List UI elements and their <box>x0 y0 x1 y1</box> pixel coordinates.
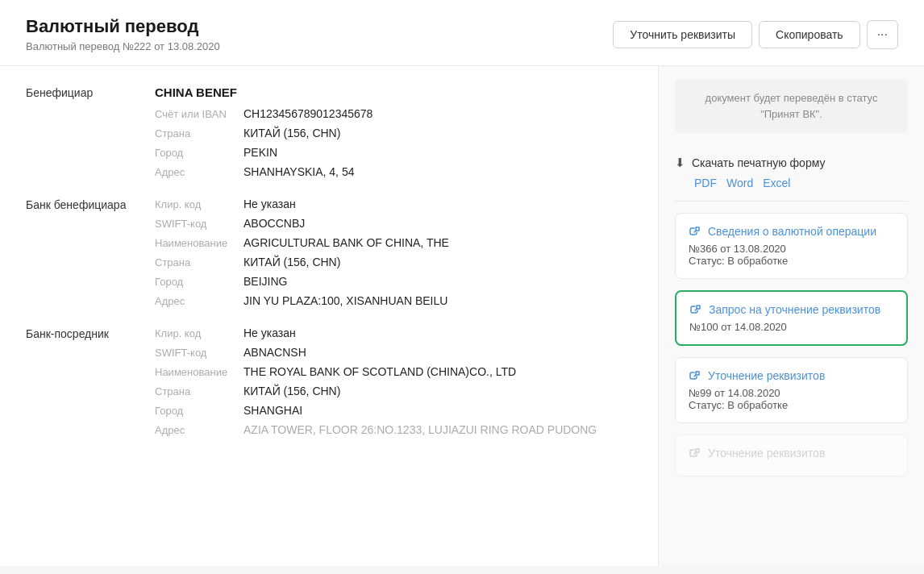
field-label-name-bbank: Наименование <box>155 236 243 249</box>
field-value-account: CH123456789012345678 <box>243 107 632 120</box>
field-value-clearcode-ibank: Не указан <box>243 327 632 339</box>
field-value-city-ibank: SHANGHAI <box>243 404 632 417</box>
field-country-bbank: Страна КИТАЙ (156, CHN) <box>155 256 632 268</box>
clarify-button[interactable]: Уточнить реквизиты <box>613 21 752 48</box>
field-value-name-bbank: AGRICULTURAL BANK OF CHINA, THE <box>243 236 632 249</box>
related-item-0-header: Сведения о валютной операции <box>689 225 894 238</box>
field-label-swift-bbank: SWIFT-код <box>155 217 243 230</box>
copy-button[interactable]: Скопировать <box>759 21 860 48</box>
header-actions: Уточнить реквизиты Скопировать ··· <box>613 20 898 49</box>
related-item-0: Сведения о валютной операции №366 от 13.… <box>675 213 908 279</box>
status-note: документ будет переведён в статус "Приня… <box>675 79 908 133</box>
field-swift-bbank: SWIFT-код ABOCCNBJ <box>155 217 632 230</box>
page-subtitle: Валютный перевод №222 от 13.08.2020 <box>26 40 220 52</box>
field-value-name-ibank: THE ROYAL BANK OF SCOTLAND (CHINA)CO., L… <box>243 365 632 378</box>
link-icon-3 <box>689 447 701 460</box>
download-header: ⬇ Скачать печатную форму <box>675 156 908 170</box>
field-clearcode-ibank: Клир. код Не указан <box>155 327 632 339</box>
download-links: PDF Word Excel <box>675 177 908 189</box>
download-icon: ⬇ <box>675 156 685 170</box>
field-value-city-benef: PEKIN <box>243 146 632 159</box>
intermediary-bank-section: Банк-посредник Клир. код Не указан SWIFT… <box>26 327 632 443</box>
field-account: Счёт или IBAN CH123456789012345678 <box>155 107 632 120</box>
download-label: Скачать печатную форму <box>692 156 825 169</box>
field-label-clearcode-bbank: Клир. код <box>155 198 243 210</box>
more-button[interactable]: ··· <box>867 20 898 49</box>
intermediary-bank-label: Банк-посредник <box>26 327 155 340</box>
download-pdf-link[interactable]: PDF <box>694 177 717 189</box>
field-city-benef: Город PEKIN <box>155 146 632 159</box>
field-clearcode-bbank: Клир. код Не указан <box>155 198 632 210</box>
field-value-country-benef: КИТАЙ (156, CHN) <box>243 127 632 139</box>
beneficiary-bank-group: Клир. код Не указан SWIFT-код ABOCCNBJ Н… <box>155 198 632 314</box>
status-note-text: документ будет переведён в статус "Приня… <box>705 92 878 120</box>
field-value-swift-bbank: ABOCCNBJ <box>243 217 632 230</box>
related-item-3-header: Уточнение реквизитов <box>689 447 894 460</box>
field-label-clearcode-ibank: Клир. код <box>155 327 243 339</box>
field-address-benef: Адрес SHANHAYSKIA, 4, 54 <box>155 165 632 178</box>
field-name-ibank: Наименование THE ROYAL BANK OF SCOTLAND … <box>155 365 632 378</box>
field-label-country-bbank: Страна <box>155 256 243 268</box>
related-item-1-meta: №100 от 14.08.2020 <box>689 321 893 333</box>
field-value-clearcode-bbank: Не указан <box>243 198 632 210</box>
beneficiary-bank-label: Банк бенефициара <box>26 198 155 211</box>
field-name-bbank: Наименование AGRICULTURAL BANK OF CHINA,… <box>155 236 632 249</box>
field-label-address-ibank: Адрес <box>155 423 243 436</box>
header-left: Валютный перевод Валютный перевод №222 о… <box>26 16 220 52</box>
field-value-country-bbank: КИТАЙ (156, CHN) <box>243 256 632 268</box>
field-label-country-benef: Страна <box>155 127 243 139</box>
field-label-address-benef: Адрес <box>155 165 243 178</box>
related-item-2-status: Статус: В обработке <box>689 399 894 411</box>
field-country-benef: Страна КИТАЙ (156, CHN) <box>155 127 632 139</box>
side-panel: документ будет переведён в статус "Приня… <box>658 66 924 566</box>
related-item-0-status: Статус: В обработке <box>689 255 894 267</box>
link-icon-1 <box>689 303 702 316</box>
beneficiary-section: Бенефициар CHINA BENEF Счёт или IBAN CH1… <box>26 85 632 185</box>
related-item-3: Уточнение реквизитов <box>675 435 908 476</box>
field-country-ibank: Страна КИТАЙ (156, CHN) <box>155 385 632 397</box>
field-value-city-bbank: BEIJING <box>243 275 632 288</box>
related-item-2-title[interactable]: Уточнение реквизитов <box>708 369 825 382</box>
content: Бенефициар CHINA BENEF Счёт или IBAN CH1… <box>0 66 924 566</box>
beneficiary-group: CHINA BENEF Счёт или IBAN CH123456789012… <box>155 85 632 185</box>
page-title: Валютный перевод <box>26 16 220 37</box>
related-item-2-header: Уточнение реквизитов <box>689 369 894 382</box>
related-item-1: Запрос на уточнение реквизитов №100 от 1… <box>675 290 908 346</box>
main-panel: Бенефициар CHINA BENEF Счёт или IBAN CH1… <box>0 66 658 566</box>
field-label-city-ibank: Город <box>155 404 243 417</box>
field-address-ibank: Адрес AZIA TOWER, FLOOR 26:NO.1233, LUJI… <box>155 423 632 436</box>
more-icon: ··· <box>877 27 888 41</box>
field-label-country-ibank: Страна <box>155 385 243 397</box>
field-value-swift-ibank: ABNACNSH <box>243 346 632 359</box>
beneficiary-bank-section: Банк бенефициара Клир. код Не указан SWI… <box>26 198 632 314</box>
field-label-city-bbank: Город <box>155 275 243 288</box>
related-item-0-title[interactable]: Сведения о валютной операции <box>708 225 876 238</box>
field-city-ibank: Город SHANGHAI <box>155 404 632 417</box>
download-section: ⬇ Скачать печатную форму PDF Word Excel <box>675 148 908 202</box>
field-value-country-ibank: КИТАЙ (156, CHN) <box>243 385 632 397</box>
field-label-account: Счёт или IBAN <box>155 107 243 120</box>
related-item-2: Уточнение реквизитов №99 от 14.08.2020 С… <box>675 357 908 423</box>
page: Валютный перевод Валютный перевод №222 о… <box>0 0 924 574</box>
beneficiary-label: Бенефициар <box>26 85 155 99</box>
field-label-city-benef: Город <box>155 146 243 159</box>
related-item-2-meta: №99 от 14.08.2020 <box>689 387 894 399</box>
link-icon-2 <box>689 369 701 382</box>
related-item-0-meta: №366 от 13.08.2020 <box>689 243 894 255</box>
field-city-bbank: Город BEIJING <box>155 275 632 288</box>
field-value-address-bbank: JIN YU PLAZA:100, XISANHUAN BEILU <box>243 294 632 307</box>
field-label-name-ibank: Наименование <box>155 365 243 378</box>
field-label-address-bbank: Адрес <box>155 294 243 307</box>
field-value-address-benef: SHANHAYSKIA, 4, 54 <box>243 165 632 178</box>
related-item-1-title[interactable]: Запрос на уточнение реквизитов <box>709 303 880 316</box>
field-swift-ibank: SWIFT-код ABNACNSH <box>155 346 632 359</box>
field-value-address-ibank: AZIA TOWER, FLOOR 26:NO.1233, LUJIAZUI R… <box>243 423 632 436</box>
link-icon-0 <box>689 225 701 238</box>
beneficiary-name: CHINA BENEF <box>155 85 632 99</box>
related-item-1-header: Запрос на уточнение реквизитов <box>689 303 893 316</box>
header: Валютный перевод Валютный перевод №222 о… <box>0 0 924 66</box>
intermediary-bank-group: Клир. код Не указан SWIFT-код ABNACNSH Н… <box>155 327 632 443</box>
download-excel-link[interactable]: Excel <box>763 177 790 189</box>
field-address-bbank: Адрес JIN YU PLAZA:100, XISANHUAN BEILU <box>155 294 632 307</box>
download-word-link[interactable]: Word <box>726 177 753 189</box>
